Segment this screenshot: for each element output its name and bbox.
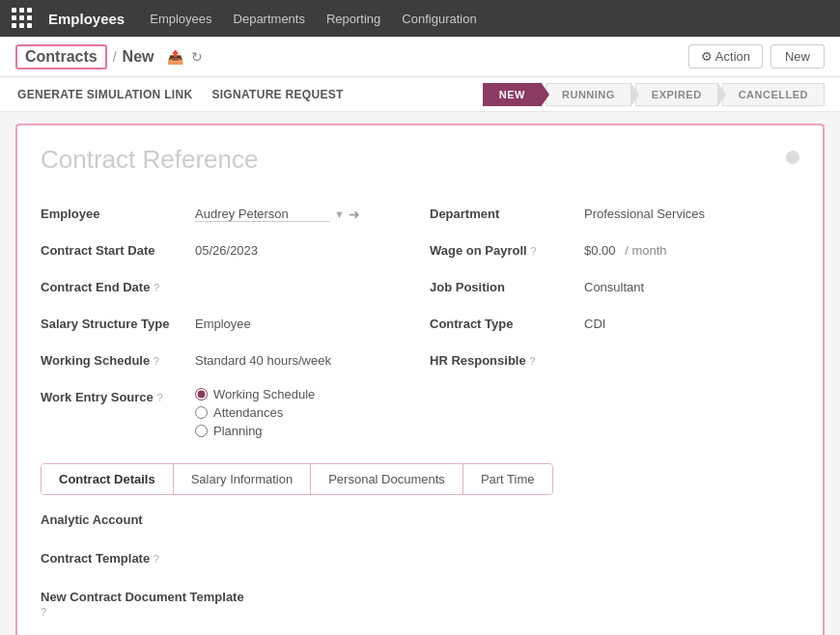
- contract-type-row: Contract Type CDI: [430, 314, 799, 341]
- radio-working-schedule[interactable]: Working Schedule: [195, 387, 315, 401]
- action-button[interactable]: ⚙ Action: [688, 44, 763, 69]
- contract-type-label: Contract Type: [430, 314, 584, 331]
- job-position-row: Job Position Consultant: [430, 277, 799, 304]
- department-value[interactable]: Professional Services: [584, 204, 799, 221]
- radio-attendances[interactable]: Attendances: [195, 405, 315, 420]
- contract-template-label: Contract Template ?: [41, 549, 234, 566]
- stage-cancelled[interactable]: CANCELLED: [722, 83, 825, 106]
- radio-planning-input[interactable]: [195, 425, 208, 437]
- contract-template-help[interactable]: ?: [154, 553, 159, 565]
- contract-end-date-row: Contract End Date ?: [41, 277, 391, 304]
- tabs-bar: Contract Details Salary Information Pers…: [41, 463, 553, 495]
- form-right: Department Professional Services Wage on…: [420, 204, 799, 448]
- work-entry-radio-group: Working Schedule Attendances Planning: [195, 387, 315, 438]
- wage-payroll-row: Wage on Payroll ? $0.00 / month: [430, 240, 799, 267]
- radio-working-schedule-label: Working Schedule: [213, 387, 315, 401]
- tab-salary-information[interactable]: Salary Information: [174, 464, 312, 494]
- tab-personal-documents[interactable]: Personal Documents: [311, 464, 463, 494]
- wage-help[interactable]: ?: [530, 245, 536, 257]
- salary-structure-row: Salary Structure Type Employee: [41, 314, 391, 341]
- working-schedule-help[interactable]: ?: [154, 355, 159, 367]
- main-content: Contract Reference Employee ▼ ➜ Contract…: [0, 112, 840, 635]
- hr-responsible-label: HR Responsible ?: [430, 350, 584, 368]
- card-header: Contract Reference: [41, 145, 799, 204]
- new-contract-doc-help[interactable]: ?: [41, 606, 46, 618]
- brand-label: Employees: [48, 11, 125, 27]
- wage-suffix: / month: [625, 243, 666, 258]
- work-entry-source-row: Work Entry Source ? Working Schedule Att…: [41, 387, 391, 438]
- contract-end-date-help[interactable]: ?: [154, 282, 159, 293]
- external-link-icon[interactable]: ➜: [349, 207, 360, 222]
- nav-departments[interactable]: Departments: [224, 6, 315, 32]
- work-entry-source-label: Work Entry Source ?: [41, 387, 195, 404]
- form-left: Employee ▼ ➜ Contract Start Date 05/26/2…: [41, 204, 420, 448]
- refresh-icon-btn[interactable]: ↻: [191, 49, 203, 65]
- working-schedule-value[interactable]: Standard 40 hours/week: [195, 350, 391, 368]
- contract-start-date-label: Contract Start Date: [41, 240, 195, 258]
- employee-value: ▼ ➜: [195, 204, 391, 222]
- sub-toolbar-left: GENERATE SIMULATION LINK SIGNATURE REQUE…: [15, 88, 346, 101]
- tabs-section: Contract Details Salary Information Pers…: [41, 463, 799, 635]
- contract-ref-title: Contract Reference: [41, 145, 799, 184]
- hr-responsible-row: HR Responsible ?: [430, 350, 799, 377]
- radio-planning-label: Planning: [213, 424, 263, 438]
- contract-start-date-value[interactable]: 05/26/2023: [195, 240, 391, 258]
- form-grid: Employee ▼ ➜ Contract Start Date 05/26/2…: [41, 204, 799, 448]
- tab-contract-details[interactable]: Contract Details: [42, 464, 174, 494]
- stage-expired[interactable]: EXPIRED: [635, 83, 718, 106]
- stage-running[interactable]: RUNNING: [546, 83, 631, 106]
- breadcrumb-icons: 📤 ↻: [167, 49, 203, 65]
- nav-reporting[interactable]: Reporting: [317, 6, 390, 32]
- radio-attendances-label: Attendances: [213, 405, 283, 420]
- dropdown-arrow-icon[interactable]: ▼: [334, 208, 345, 220]
- status-indicator: [786, 151, 799, 164]
- nav-configuration[interactable]: Configuration: [392, 6, 486, 32]
- working-schedule-label: Working Schedule ?: [41, 350, 195, 368]
- nav-employees[interactable]: Employees: [140, 6, 221, 32]
- breadcrumb-bar: Contracts / New 📤 ↻ ⚙ Action New: [0, 37, 840, 77]
- analytic-account-row: Analytic Account: [41, 511, 799, 536]
- status-pipeline: NEW RUNNING EXPIRED CANCELLED: [483, 83, 825, 106]
- contract-type-value[interactable]: CDI: [584, 314, 799, 331]
- salary-structure-label: Salary Structure Type: [41, 314, 195, 331]
- simulate-btn[interactable]: GENERATE SIMULATION LINK: [15, 88, 194, 101]
- contract-template-row: Contract Template ?: [41, 549, 799, 574]
- radio-planning[interactable]: Planning: [195, 424, 315, 438]
- new-contract-doc-row: New Contract Document Template ?: [41, 588, 799, 619]
- tab-part-time[interactable]: Part Time: [463, 464, 552, 494]
- contract-end-date-label: Contract End Date ?: [41, 277, 195, 294]
- stage-new[interactable]: NEW: [483, 83, 542, 106]
- wage-payroll-value: $0.00 / month: [584, 240, 799, 258]
- radio-attendances-input[interactable]: [195, 406, 208, 419]
- breadcrumb-separator: /: [113, 49, 117, 65]
- employee-input[interactable]: [195, 207, 330, 222]
- tab-content: Analytic Account Contract Template ? New…: [41, 495, 799, 635]
- new-contract-doc-label: New Contract Document Template ?: [41, 588, 244, 619]
- signature-btn[interactable]: SIGNATURE REQUEST: [210, 88, 345, 101]
- save-icon-btn[interactable]: 📤: [167, 49, 183, 65]
- wage-amount[interactable]: $0.00: [584, 243, 616, 258]
- wage-payroll-label: Wage on Payroll ?: [430, 240, 584, 258]
- department-label: Department: [430, 204, 584, 221]
- working-schedule-row: Working Schedule ? Standard 40 hours/wee…: [41, 350, 391, 377]
- work-entry-source-help[interactable]: ?: [156, 392, 162, 403]
- contract-end-date-value[interactable]: [195, 277, 391, 280]
- breadcrumb-current: New: [123, 48, 154, 66]
- breadcrumb-parent[interactable]: Contracts: [15, 44, 107, 69]
- job-position-value[interactable]: Consultant: [584, 277, 799, 294]
- department-row: Department Professional Services: [430, 204, 799, 231]
- sub-toolbar: GENERATE SIMULATION LINK SIGNATURE REQUE…: [0, 77, 840, 112]
- employee-field-row: Employee ▼ ➜: [41, 204, 391, 231]
- hr-responsible-help[interactable]: ?: [529, 355, 535, 367]
- app-grid-icon[interactable]: [12, 8, 33, 29]
- job-position-label: Job Position: [430, 277, 584, 294]
- breadcrumb-right: ⚙ Action New: [688, 44, 825, 69]
- contract-card: Contract Reference Employee ▼ ➜ Contract…: [15, 124, 825, 635]
- radio-working-schedule-input[interactable]: [195, 388, 208, 400]
- hr-responsible-value[interactable]: [584, 350, 799, 353]
- salary-structure-value[interactable]: Employee: [195, 314, 391, 331]
- nav-items: Employees Departments Reporting Configur…: [140, 6, 486, 32]
- contract-start-date-row: Contract Start Date 05/26/2023: [41, 240, 391, 267]
- new-button[interactable]: New: [770, 44, 825, 69]
- employee-label: Employee: [41, 204, 195, 221]
